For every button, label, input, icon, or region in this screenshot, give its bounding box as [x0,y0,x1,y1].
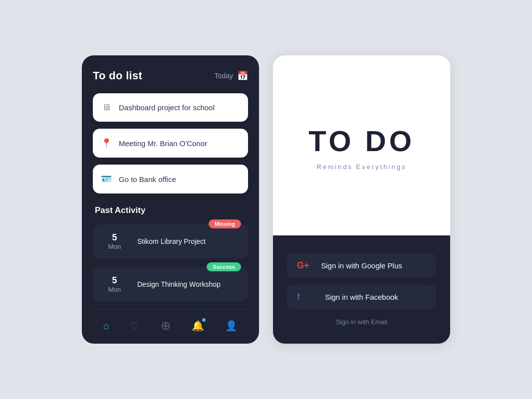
todo-item-text: Go to Bank office [119,175,176,184]
todo-item-text: Meeting Mr. Brian O'Conor [119,139,207,148]
nav-add-icon[interactable]: ⊕ [161,319,171,333]
todo-header: To do list Today 📅 [93,69,248,82]
todo-title: To do list [93,69,142,82]
activity-item-missing[interactable]: Missing 5 Mon Stikom Library Project [93,224,248,258]
todo-panel: To do list Today 📅 🖥 Dashboard project f… [82,55,259,344]
notification-dot [202,318,206,322]
nav-notifications-icon[interactable]: 🔔 [192,320,204,332]
brand-title: TO DO [308,125,415,157]
google-signin-label: Sign in with Google Plus [297,261,426,270]
activity-day-name: Mon [108,243,121,250]
card-icon: 🪪 [101,174,112,185]
facebook-signin-label: Sign in with Facebook [297,293,426,301]
today-area: Today 📅 [215,70,248,81]
todo-item-text: Dashboard project for school [119,103,215,112]
activity-day: 5 Mon [101,232,128,250]
google-plus-icon: G+ [297,260,309,271]
activity-day-name: Mon [108,286,121,293]
activity-items-list: Missing 5 Mon Stikom Library Project Suc… [93,224,248,301]
todo-item[interactable]: 🪪 Go to Bank office [93,165,248,194]
bottom-nav: ⌂ ♡ ⊕ 🔔 👤 [93,309,248,344]
login-area: G+ Sign in with Google Plus f Sign in wi… [273,235,450,344]
nav-home-icon[interactable]: ⌂ [103,320,109,332]
branding-section: TO DO Reminds Everythings [273,55,450,235]
right-panel: TO DO Reminds Everythings G+ Sign in wit… [273,55,450,344]
todo-item[interactable]: 📍 Meeting Mr. Brian O'Conor [93,129,248,158]
today-label: Today [215,72,233,80]
badge-success: Success [207,262,241,271]
badge-missing: Missing [209,219,241,228]
location-icon: 📍 [101,138,112,149]
activity-day-num: 5 [112,232,117,243]
activity-content: 5 Mon Design Thinking Workshop [101,275,240,293]
facebook-signin-button[interactable]: f Sign in with Facebook [287,285,436,309]
activity-day-num: 5 [112,275,117,286]
nav-favorites-icon[interactable]: ♡ [130,320,139,332]
monitor-icon: 🖥 [101,102,112,113]
past-activity-title: Past Activity [93,205,248,215]
past-activity-section: Past Activity Missing 5 Mon Stikom Libra… [93,205,248,301]
nav-profile-icon[interactable]: 👤 [225,320,238,332]
activity-day: 5 Mon [101,275,128,293]
activity-content: 5 Mon Stikom Library Project [101,232,240,250]
google-signin-button[interactable]: G+ Sign in with Google Plus [287,253,436,278]
activity-name: Stikom Library Project [137,237,206,245]
todo-item[interactable]: 🖥 Dashboard project for school [93,93,248,122]
email-signin-link[interactable]: Sign in with Email [287,318,436,326]
facebook-icon: f [297,292,300,302]
calendar-icon[interactable]: 📅 [237,70,248,81]
activity-item-success[interactable]: Success 5 Mon Design Thinking Workshop [93,267,248,301]
brand-subtitle: Reminds Everythings [317,163,407,171]
todo-items-list: 🖥 Dashboard project for school 📍 Meeting… [93,93,248,194]
activity-name: Design Thinking Workshop [137,280,221,288]
app-container: To do list Today 📅 🖥 Dashboard project f… [62,35,470,364]
